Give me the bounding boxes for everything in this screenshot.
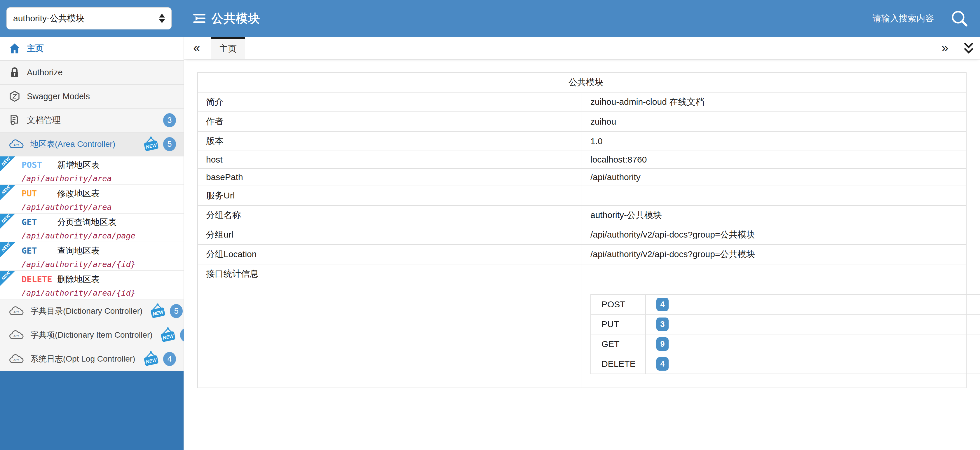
group-select-value: authority-公共模块 <box>13 13 84 24</box>
stats-count-badge: 4 <box>656 298 668 311</box>
table-row: 分组名称 authority-公共模块 <box>197 205 966 225</box>
cloud-api-icon: API <box>9 306 24 316</box>
svg-text:API: API <box>13 358 19 362</box>
row-value: /api/authority/v2/api-docs?group=公共模块 <box>582 245 966 264</box>
cloud-api-icon: API <box>9 354 24 364</box>
table-row: 简介 zuihou-admin-cloud 在线文档 <box>197 92 966 112</box>
module-info-table: 公共模块 简介 zuihou-admin-cloud 在线文档 作者 zuiho… <box>197 72 967 388</box>
header-title-wrap: 公共模块 <box>192 11 260 27</box>
lock-icon <box>9 67 21 78</box>
stats-row: PUT 3 <box>591 314 980 334</box>
new-sign-icon: NEW <box>142 351 160 367</box>
sidebar-item-label: 字典项(Dictionary Item Controller) <box>30 329 153 340</box>
row-label: host <box>197 151 582 169</box>
doc-content: 公共模块 简介 zuihou-admin-cloud 在线文档 作者 zuiho… <box>184 60 980 450</box>
sidebar-item-home[interactable]: 主页 <box>0 37 184 61</box>
sidebar-item-opt-log-controller[interactable]: API 系统日志(Opt Log Controller) NEW <box>0 347 184 371</box>
count-badge: 4 <box>163 352 176 366</box>
sidebar-item-doc-manage[interactable]: 文档管理 3 <box>0 108 184 132</box>
endpoint-list: NEW POST 新增地区表 /api/authority/area NEW P… <box>0 156 184 299</box>
svg-text:API: API <box>13 143 19 147</box>
search-input[interactable] <box>829 13 934 23</box>
row-value: /api/authority <box>582 169 966 186</box>
stats-method: DELETE <box>591 354 646 374</box>
endpoint-name: 查询地区表 <box>57 245 100 257</box>
tab-bar: « 主页 » <box>184 37 980 60</box>
row-value: /api/authority/v2/api-docs?group=公共模块 <box>582 225 966 245</box>
row-value: 1.0 <box>582 131 966 151</box>
table-row: 服务Url <box>197 186 966 205</box>
stats-row: DELETE 4 <box>591 354 980 374</box>
endpoint-add-area[interactable]: NEW POST 新增地区表 /api/authority/area <box>0 156 184 185</box>
row-label: 分组url <box>197 225 582 245</box>
endpoint-path: /api/authority/area/{id} <box>22 288 181 297</box>
stats-row: POST 4 <box>591 294 980 314</box>
cloud-api-icon: API <box>9 139 24 149</box>
sidebar-item-area-controller[interactable]: API 地区表(Area Controller) NEW <box>0 132 184 156</box>
table-row: 分组url /api/authority/v2/api-docs?group=公… <box>197 225 966 245</box>
sidebar-item-label: Swagger Models <box>27 92 90 101</box>
new-sign-icon: NEW <box>142 136 160 152</box>
table-row: 版本 1.0 <box>197 131 966 151</box>
tab-scroll-left-icon[interactable]: « <box>184 37 210 59</box>
stats-count-badge: 3 <box>656 318 668 331</box>
table-row: host localhost:8760 <box>197 151 966 169</box>
page-title: 公共模块 <box>211 11 260 27</box>
endpoint-path: /api/authority/area <box>22 202 181 211</box>
row-label: 作者 <box>197 112 582 131</box>
collapse-tabs-icon[interactable] <box>957 37 980 59</box>
stats-count-badge: 9 <box>656 337 668 351</box>
endpoint-name: 分页查询地区表 <box>57 216 116 228</box>
endpoint-path: /api/authority/area <box>22 174 181 183</box>
endpoint-update-area[interactable]: NEW PUT 修改地区表 /api/authority/area <box>0 185 184 214</box>
sidebar-item-label: Authorize <box>27 68 63 77</box>
svg-text:API: API <box>13 310 19 314</box>
method-badge: GET <box>22 246 57 256</box>
home-icon <box>9 43 21 54</box>
stats-row: GET 9 <box>591 334 980 354</box>
sidebar-item-dictionary-item-controller[interactable]: API 字典项(Dictionary Item Controller) NEW <box>0 323 184 347</box>
row-value: localhost:8760 <box>582 151 966 169</box>
header-bar: authority-公共模块 公共模块 <box>0 0 980 37</box>
endpoint-name: 删除地区表 <box>57 274 100 285</box>
count-badge: 5 <box>163 137 176 151</box>
api-stats-row: 接口统计信息 POST 4 PUT 3 <box>197 264 966 388</box>
row-label: 接口统计信息 <box>197 264 582 388</box>
search-icon[interactable] <box>950 10 968 27</box>
hexagon-model-icon <box>9 91 21 102</box>
row-value: authority-公共模块 <box>582 205 966 225</box>
sidebar-item-dictionary-controller[interactable]: API 字典目录(Dictionary Controller) NEW <box>0 299 184 323</box>
stats-method: PUT <box>591 314 646 334</box>
endpoint-name: 新增地区表 <box>57 159 100 171</box>
tab-home[interactable]: 主页 <box>211 37 245 59</box>
sidebar: 主页 Authorize <box>0 37 184 450</box>
endpoint-path: /api/authority/area/page <box>22 231 181 240</box>
sidebar-item-label: 主页 <box>27 43 44 54</box>
cloud-api-icon: API <box>9 330 24 340</box>
tab-scroll-right-icon[interactable]: » <box>933 37 957 59</box>
svg-text:API: API <box>13 334 19 338</box>
table-row: 分组Location /api/authority/v2/api-docs?gr… <box>197 245 966 264</box>
sidebar-item-authorize[interactable]: Authorize <box>0 61 184 84</box>
endpoint-get-area[interactable]: NEW GET 查询地区表 /api/authority/area/{id} <box>0 242 184 271</box>
method-badge: GET <box>22 217 57 227</box>
group-select[interactable]: authority-公共模块 <box>6 7 172 29</box>
sidebar-item-swagger-models[interactable]: Swagger Models <box>0 84 184 108</box>
document-gear-icon <box>9 114 21 126</box>
endpoint-delete-area[interactable]: NEW DELETE 删除地区表 /api/authority/area/{id… <box>0 271 184 299</box>
tab-spacer <box>245 37 933 59</box>
menu-lines-icon <box>192 12 206 25</box>
table-title-row: 公共模块 <box>197 73 966 92</box>
method-badge: POST <box>22 160 57 170</box>
stats-count-badge: 4 <box>656 357 668 370</box>
endpoint-page-area[interactable]: NEW GET 分页查询地区表 /api/authority/area/page <box>0 214 184 242</box>
endpoint-name: 修改地区表 <box>57 188 100 200</box>
row-label: basePath <box>197 169 582 186</box>
row-label: 分组名称 <box>197 205 582 225</box>
row-value <box>582 186 966 205</box>
method-badge: PUT <box>22 189 57 199</box>
sidebar-item-label: 地区表(Area Controller) <box>30 138 115 150</box>
swagger-doc-page: authority-公共模块 公共模块 <box>0 0 980 450</box>
method-badge: DELETE <box>22 274 57 284</box>
sidebar-item-label: 字典目录(Dictionary Controller) <box>30 305 142 316</box>
